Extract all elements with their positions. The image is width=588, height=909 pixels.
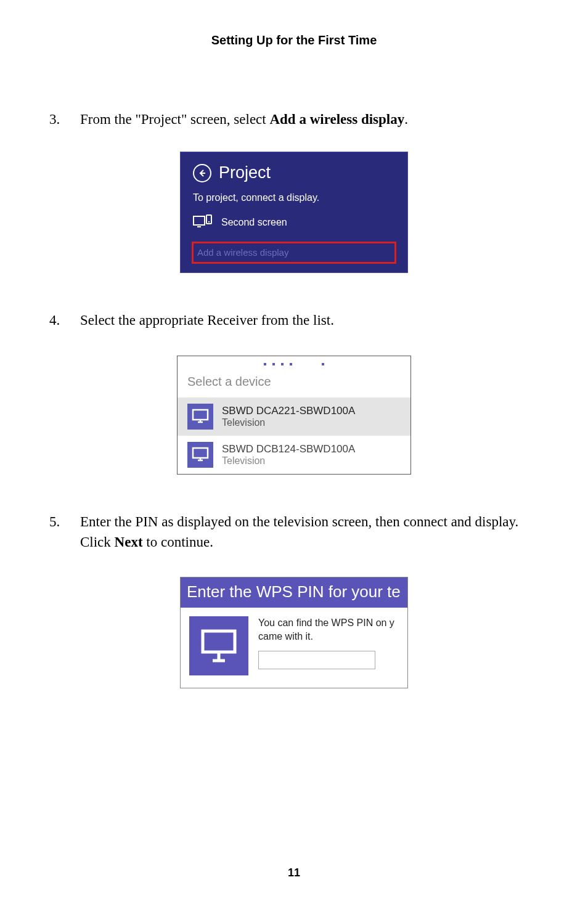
svg-rect-5 xyxy=(193,448,208,458)
svg-rect-0 xyxy=(194,216,205,225)
wps-dialog-title: Enter the WPS PIN for your te xyxy=(181,577,407,608)
step-5: 5. Enter the PIN as displayed on the tel… xyxy=(0,512,588,553)
wps-pin-dialog: Enter the WPS PIN for your te You can fi… xyxy=(180,577,408,688)
device-type: Television xyxy=(222,417,355,428)
wps-hint-line: You can find the WPS PIN on y xyxy=(258,616,399,630)
device-item[interactable]: SBWD DCB124-SBWD100A Television xyxy=(178,436,410,474)
wps-text-column: You can find the WPS PIN on y came with … xyxy=(258,616,399,675)
svg-rect-4 xyxy=(193,410,208,420)
figure-project-panel: Project To project, connect a display. S… xyxy=(0,152,588,273)
project-title: Project xyxy=(219,163,271,182)
step-text: Select the appropriate Receiver from the… xyxy=(80,310,539,330)
arrow-left-icon xyxy=(198,169,206,177)
svg-rect-3 xyxy=(208,221,210,222)
svg-rect-1 xyxy=(197,226,201,227)
device-type: Television xyxy=(222,455,355,467)
step-number: 5. xyxy=(49,512,80,532)
device-info: SBWD DCA221-SBWD100A Television xyxy=(222,405,355,428)
add-wireless-display-link[interactable]: Add a wireless display xyxy=(192,242,396,264)
step-text: From the "Project" screen, select Add a … xyxy=(80,109,539,129)
step-4: 4. Select the appropriate Receiver from … xyxy=(0,310,588,330)
second-screen-label: Second screen xyxy=(221,217,287,228)
second-screen-icon xyxy=(193,214,213,230)
select-device-panel: Select a device SBWD DCA221-SBWD100A Tel… xyxy=(177,356,411,475)
select-device-title: Select a device xyxy=(178,372,410,397)
page-number: 11 xyxy=(0,866,588,879)
loading-dots xyxy=(178,356,410,372)
step-text-pre: From the "Project" screen, select xyxy=(80,112,269,127)
device-item[interactable]: SBWD DCA221-SBWD100A Television xyxy=(178,397,410,436)
device-name: SBWD DCA221-SBWD100A xyxy=(222,405,355,417)
second-screen-option[interactable]: Second screen xyxy=(181,211,407,237)
step-text-post: to continue. xyxy=(143,534,213,550)
svg-rect-6 xyxy=(203,631,235,652)
step-number: 4. xyxy=(49,310,80,330)
device-name: SBWD DCB124-SBWD100A xyxy=(222,443,355,455)
step-text-post: . xyxy=(404,112,408,127)
project-panel: Project To project, connect a display. S… xyxy=(180,152,408,273)
wps-hint-line: came with it. xyxy=(258,630,399,643)
step-text-bold: Next xyxy=(115,534,143,550)
device-info: SBWD DCB124-SBWD100A Television xyxy=(222,443,355,467)
wps-pin-input[interactable] xyxy=(258,651,375,669)
step-number: 3. xyxy=(49,109,80,129)
add-wireless-label: Add a wireless display xyxy=(197,247,288,258)
step-text: Enter the PIN as displayed on the televi… xyxy=(80,512,539,553)
figure-wps-pin: Enter the WPS PIN for your te You can fi… xyxy=(0,577,588,691)
step-3: 3. From the "Project" screen, select Add… xyxy=(0,109,588,129)
project-subtitle: To project, connect a display. xyxy=(181,191,407,211)
tv-icon xyxy=(187,442,213,468)
tv-icon xyxy=(187,404,213,430)
figure-select-device: Select a device SBWD DCA221-SBWD100A Tel… xyxy=(0,356,588,475)
step-text-bold: Add a wireless display xyxy=(269,112,404,127)
page-section-header: Setting Up for the First Time xyxy=(0,0,588,47)
wps-dialog-body: You can find the WPS PIN on y came with … xyxy=(181,608,407,688)
back-button[interactable] xyxy=(193,164,211,182)
project-title-row: Project xyxy=(181,163,407,191)
tv-icon xyxy=(189,616,248,675)
